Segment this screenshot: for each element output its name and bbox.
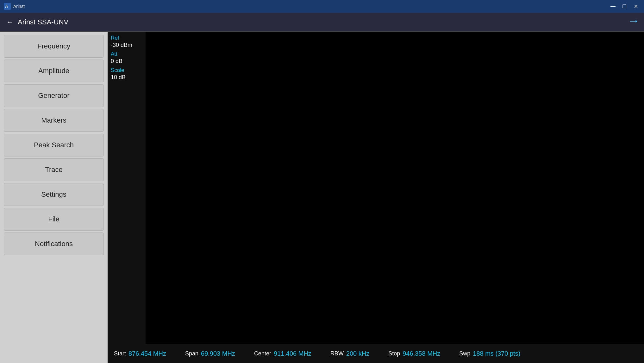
scale-label: Scale [111, 67, 144, 73]
bottom-value-span: 69.903 MHz [201, 350, 235, 357]
bottom-item-stop: Stop946.358 MHz [388, 350, 440, 357]
bottom-value-stop: 946.358 MHz [403, 350, 440, 357]
spectrum-canvas [146, 32, 644, 344]
app-header: ← Arinst SSA-UNV ⭢️ [0, 13, 644, 32]
amplitude-btn[interactable]: Amplitude [4, 60, 104, 82]
spectrum-plot [146, 32, 644, 344]
y-axis-panel: Ref -30 dBm Att 0 dB Scale 10 dB [108, 32, 146, 344]
page-title: Arinst SSA-UNV [18, 18, 68, 26]
window-controls: — ☐ ✕ [609, 2, 640, 11]
app-icon: A [4, 3, 11, 10]
scale-value: 10 dB [111, 74, 144, 81]
frequency-btn[interactable]: Frequency [4, 35, 104, 58]
bottom-label-rbw: RBW [330, 350, 344, 357]
bottom-item-start: Start876.454 MHz [114, 350, 166, 357]
trace-btn[interactable]: Trace [4, 158, 104, 181]
bottom-bar: Start876.454 MHzSpan69.903 MHzCenter911.… [108, 344, 644, 363]
chart-inner: Ref -30 dBm Att 0 dB Scale 10 dB [108, 32, 644, 344]
markers-btn[interactable]: Markers [4, 109, 104, 132]
bottom-label-span: Span [185, 350, 198, 357]
back-button[interactable]: ← [6, 18, 13, 26]
ref-label: Ref [111, 35, 144, 41]
att-value: 0 dB [111, 58, 144, 65]
bottom-label-center: Center [254, 350, 271, 357]
ref-value: -30 dBm [111, 42, 144, 48]
title-bar-text: Arinst [13, 4, 25, 9]
bluetooth-icon: ⭢️ [629, 17, 638, 27]
svg-text:A: A [5, 4, 8, 9]
notifications-btn[interactable]: Notifications [4, 232, 104, 255]
bottom-item-swp: Swp188 ms (370 pts) [459, 350, 520, 357]
att-label: Att [111, 51, 144, 57]
bottom-item-rbw: RBW200 kHz [330, 350, 369, 357]
peak-search-btn[interactable]: Peak Search [4, 134, 104, 156]
bottom-item-center: Center911.406 MHz [254, 350, 311, 357]
minimize-btn[interactable]: — [609, 2, 617, 11]
bottom-label-start: Start [114, 350, 126, 357]
settings-btn[interactable]: Settings [4, 183, 104, 206]
bottom-label-stop: Stop [388, 350, 400, 357]
bottom-value-swp: 188 ms (370 pts) [473, 350, 520, 357]
bottom-label-swp: Swp [459, 350, 470, 357]
main-layout: FrequencyAmplitudeGeneratorMarkersPeak S… [0, 32, 644, 363]
bottom-value-rbw: 200 kHz [346, 350, 369, 357]
sidebar: FrequencyAmplitudeGeneratorMarkersPeak S… [0, 32, 108, 363]
chart-area: Ref -30 dBm Att 0 dB Scale 10 dB Start87… [108, 32, 644, 363]
bottom-value-center: 911.406 MHz [274, 350, 311, 357]
title-bar: A Arinst — ☐ ✕ [0, 0, 644, 13]
generator-btn[interactable]: Generator [4, 84, 104, 107]
bottom-value-start: 876.454 MHz [128, 350, 166, 357]
close-btn[interactable]: ✕ [631, 2, 640, 11]
file-btn[interactable]: File [4, 208, 104, 231]
bottom-item-span: Span69.903 MHz [185, 350, 235, 357]
maximize-btn[interactable]: ☐ [620, 2, 629, 11]
